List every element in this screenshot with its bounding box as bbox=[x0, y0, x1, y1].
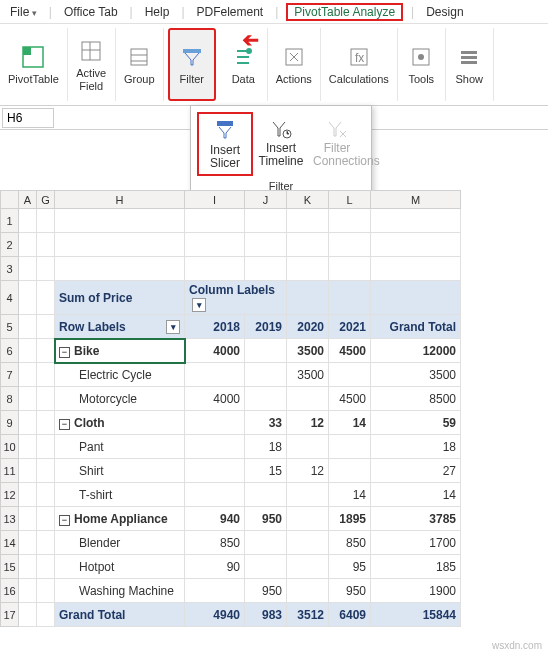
ribbon-show[interactable]: Show bbox=[446, 28, 494, 101]
cell[interactable]: 1900 bbox=[371, 579, 461, 603]
cell[interactable]: 950 bbox=[245, 579, 287, 603]
cell[interactable]: 4500 bbox=[329, 387, 371, 411]
worksheet[interactable]: A G H I J K L M 1 2 3 4 Sum of Price Col… bbox=[0, 190, 548, 627]
cell[interactable]: 4000 bbox=[185, 387, 245, 411]
collapse-icon[interactable]: − bbox=[59, 419, 70, 430]
cell[interactable]: 15 bbox=[245, 459, 287, 483]
row-header[interactable]: 9 bbox=[1, 411, 19, 435]
ribbon-actions[interactable]: Actions bbox=[268, 28, 321, 101]
ribbon-tools[interactable]: Tools bbox=[398, 28, 446, 101]
row-header[interactable]: 1 bbox=[1, 209, 19, 233]
insert-timeline-button[interactable]: Insert Timeline bbox=[253, 112, 309, 176]
col-header-K[interactable]: K bbox=[287, 191, 329, 209]
name-box[interactable] bbox=[2, 108, 54, 128]
collapse-icon[interactable]: − bbox=[59, 347, 70, 358]
pivot-row[interactable]: Hotpot bbox=[55, 555, 185, 579]
pivot-grandtotal-row[interactable]: Grand Total bbox=[55, 603, 185, 627]
cell[interactable]: 4000 bbox=[185, 339, 245, 363]
ribbon-filter[interactable]: Filter bbox=[168, 28, 216, 101]
cell[interactable]: 15844 bbox=[371, 603, 461, 627]
cell[interactable]: 850 bbox=[185, 531, 245, 555]
row-header[interactable]: 14 bbox=[1, 531, 19, 555]
row-header[interactable]: 15 bbox=[1, 555, 19, 579]
pivot-row[interactable]: Motorcycle bbox=[55, 387, 185, 411]
pivot-row[interactable]: T-shirt bbox=[55, 483, 185, 507]
select-all[interactable] bbox=[1, 191, 19, 209]
pivot-row[interactable]: Blender bbox=[55, 531, 185, 555]
row-header[interactable]: 12 bbox=[1, 483, 19, 507]
cell[interactable]: 1700 bbox=[371, 531, 461, 555]
cell[interactable]: 12 bbox=[287, 459, 329, 483]
col-header-J[interactable]: J bbox=[245, 191, 287, 209]
pivot-row-bike[interactable]: −Bike bbox=[55, 339, 185, 363]
pivot-sumofprice[interactable]: Sum of Price bbox=[55, 281, 185, 315]
row-header[interactable]: 6 bbox=[1, 339, 19, 363]
menu-help[interactable]: Help bbox=[141, 3, 174, 21]
menu-pdfelement[interactable]: PDFelement bbox=[193, 3, 268, 21]
ribbon-calculations[interactable]: fx Calculations bbox=[321, 28, 398, 101]
pivot-columnlabels[interactable]: Column Labels▾ bbox=[185, 281, 287, 315]
cell[interactable]: 14 bbox=[371, 483, 461, 507]
col-header-G[interactable]: G bbox=[37, 191, 55, 209]
cell[interactable]: 59 bbox=[371, 411, 461, 435]
cell[interactable]: 4500 bbox=[329, 339, 371, 363]
cell[interactable]: 14 bbox=[329, 411, 371, 435]
pivot-row-cloth[interactable]: −Cloth bbox=[55, 411, 185, 435]
insert-slicer-button[interactable]: Insert Slicer bbox=[197, 112, 253, 176]
pivot-row[interactable]: Shirt bbox=[55, 459, 185, 483]
row-header[interactable]: 2 bbox=[1, 233, 19, 257]
row-header[interactable]: 11 bbox=[1, 459, 19, 483]
col-header-H[interactable]: H bbox=[55, 191, 185, 209]
cell[interactable]: 3500 bbox=[287, 339, 329, 363]
row-header[interactable]: 16 bbox=[1, 579, 19, 603]
col-header-M[interactable]: M bbox=[371, 191, 461, 209]
cell[interactable]: 95 bbox=[329, 555, 371, 579]
col-header-I[interactable]: I bbox=[185, 191, 245, 209]
cell[interactable]: 4940 bbox=[185, 603, 245, 627]
col-grandtotal[interactable]: Grand Total bbox=[371, 315, 461, 339]
cell[interactable]: 6409 bbox=[329, 603, 371, 627]
col-2019[interactable]: 2019 bbox=[245, 315, 287, 339]
collapse-icon[interactable]: − bbox=[59, 515, 70, 526]
cell[interactable]: 12 bbox=[287, 411, 329, 435]
row-header[interactable]: 3 bbox=[1, 257, 19, 281]
cell[interactable]: 33 bbox=[245, 411, 287, 435]
col-header-A[interactable]: A bbox=[19, 191, 37, 209]
row-header[interactable]: 10 bbox=[1, 435, 19, 459]
cell[interactable]: 185 bbox=[371, 555, 461, 579]
pivot-row-homeappliance[interactable]: −Home Appliance bbox=[55, 507, 185, 531]
cell[interactable]: 1895 bbox=[329, 507, 371, 531]
cell[interactable]: 3785 bbox=[371, 507, 461, 531]
ribbon-active-field[interactable]: Active Field bbox=[68, 28, 116, 101]
cell[interactable]: 950 bbox=[245, 507, 287, 531]
cell[interactable]: 983 bbox=[245, 603, 287, 627]
cell[interactable]: 18 bbox=[245, 435, 287, 459]
ribbon-pivottable[interactable]: PivotTable bbox=[0, 28, 68, 101]
col-header-L[interactable]: L bbox=[329, 191, 371, 209]
row-header[interactable]: 7 bbox=[1, 363, 19, 387]
pivot-row[interactable]: Washing Machine bbox=[55, 579, 185, 603]
pivot-rowlabels[interactable]: Row Labels▾ bbox=[55, 315, 185, 339]
dropdown-icon[interactable]: ▾ bbox=[192, 298, 206, 312]
cell[interactable]: 8500 bbox=[371, 387, 461, 411]
cell[interactable]: 940 bbox=[185, 507, 245, 531]
menu-officetab[interactable]: Office Tab bbox=[60, 3, 122, 21]
row-header[interactable]: 5 bbox=[1, 315, 19, 339]
tab-design[interactable]: Design bbox=[422, 3, 467, 21]
cell[interactable]: 27 bbox=[371, 459, 461, 483]
pivot-row[interactable]: Pant bbox=[55, 435, 185, 459]
col-2018[interactable]: 2018 bbox=[185, 315, 245, 339]
menu-file[interactable]: File bbox=[6, 3, 41, 21]
cell[interactable]: 18 bbox=[371, 435, 461, 459]
pivot-row[interactable]: Electric Cycle bbox=[55, 363, 185, 387]
row-header[interactable]: 4 bbox=[1, 281, 19, 315]
ribbon-group[interactable]: Group bbox=[116, 28, 164, 101]
col-2020[interactable]: 2020 bbox=[287, 315, 329, 339]
tab-pivottable-analyze[interactable]: PivotTable Analyze bbox=[286, 3, 403, 21]
cell[interactable]: 950 bbox=[329, 579, 371, 603]
cell[interactable]: 3512 bbox=[287, 603, 329, 627]
cell[interactable]: 14 bbox=[329, 483, 371, 507]
cell[interactable]: 3500 bbox=[371, 363, 461, 387]
cell[interactable]: 90 bbox=[185, 555, 245, 579]
cell[interactable]: 3500 bbox=[287, 363, 329, 387]
